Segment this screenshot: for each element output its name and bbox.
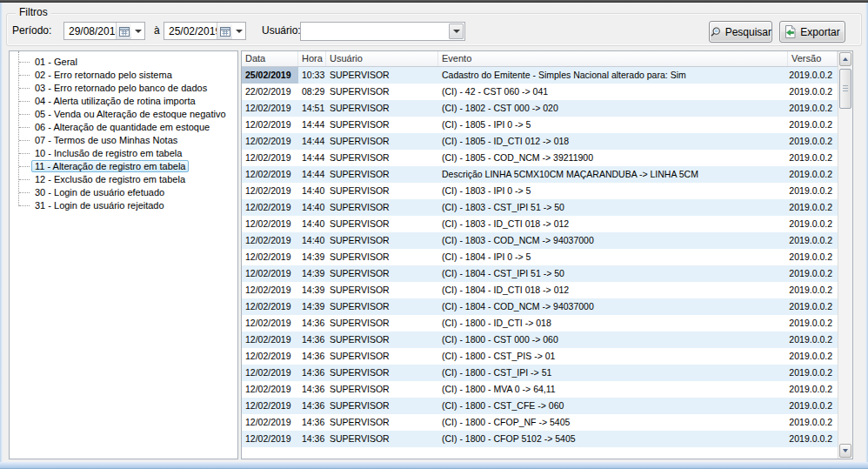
grid-cell[interactable]: 14:44 — [298, 166, 326, 183]
grid-cell[interactable]: SUPERVISOR — [326, 67, 438, 84]
table-row[interactable]: 12/02/201914:39SUPERVISOR(CI) - 1804 - I… — [242, 282, 838, 298]
scroll-up-button[interactable] — [839, 52, 851, 66]
grid-cell[interactable]: (CI) - 1800 - CST 000 -> 060 — [438, 332, 788, 348]
grid-cell[interactable]: 12/02/2019 — [242, 133, 298, 150]
grid-cell[interactable]: SUPERVISOR — [326, 414, 438, 431]
tree-item[interactable]: 04 - Alerta utilização de rotina importa — [10, 95, 237, 108]
grid-cell[interactable]: 14:36 — [298, 332, 326, 348]
grid-cell[interactable]: 2019.0.0.2 — [788, 183, 838, 199]
table-row[interactable]: 25/02/201910:33SUPERVISORCadastro do Emi… — [242, 67, 838, 84]
date-from-picker[interactable]: 29/08/2018 — [63, 22, 145, 40]
grid-cell[interactable]: 14:36 — [298, 398, 326, 414]
grid-cell[interactable]: 2019.0.0.2 — [788, 414, 838, 431]
grid-cell[interactable]: 14:40 — [298, 183, 326, 199]
grid-cell[interactable]: 14:40 — [298, 199, 326, 216]
table-row[interactable]: 12/02/201914:36SUPERVISOR(CI) - 1800 - I… — [242, 315, 838, 332]
grid-cell[interactable]: 2019.0.0.2 — [788, 332, 838, 348]
date-to-dropdown-icon[interactable] — [232, 23, 245, 39]
export-button[interactable]: Exportar — [779, 21, 845, 43]
table-row[interactable]: 12/02/201914:44SUPERVISOR(CI) - 1805 - I… — [242, 117, 838, 133]
grid-cell[interactable]: 12/02/2019 — [242, 298, 298, 315]
grid-cell[interactable]: 12/02/2019 — [242, 117, 298, 133]
table-row[interactable]: 12/02/201914:39SUPERVISOR(CI) - 1804 - C… — [242, 298, 838, 315]
table-row[interactable]: 12/02/201914:44SUPERVISOR(CI) - 1805 - C… — [242, 150, 838, 166]
grid-cell[interactable]: 14:36 — [298, 431, 326, 447]
calendar-icon[interactable] — [217, 23, 232, 39]
tree-item-label[interactable]: 03 - Erro retornado pelo banco de dados — [31, 82, 210, 94]
grid-cell[interactable]: (CI) - 1805 - IPI 0 -> 5 — [438, 117, 788, 133]
grid-cell[interactable]: 2019.0.0.2 — [788, 150, 838, 166]
grid-cell[interactable]: SUPERVISOR — [326, 265, 438, 282]
table-row[interactable]: 12/02/201914:36SUPERVISOR(CI) - 1800 - C… — [242, 431, 838, 447]
grid-cell[interactable]: (CI) - 1800 - CST_PIS -> 01 — [438, 348, 788, 365]
user-dropdown-icon[interactable] — [449, 23, 464, 39]
grid-cell[interactable]: 2019.0.0.2 — [788, 249, 838, 265]
grid-cell[interactable]: 12/02/2019 — [242, 332, 298, 348]
tree-item-label[interactable]: 31 - Login de usuário rejeitado — [31, 199, 168, 211]
tree-item-label[interactable]: 10 - Inclusão de registro em tabela — [31, 147, 185, 159]
tree-item[interactable]: 31 - Login de usuário rejeitado — [10, 199, 237, 212]
table-row[interactable]: 12/02/201914:40SUPERVISOR(CI) - 1803 - I… — [242, 183, 838, 199]
grid-cell[interactable]: 14:36 — [298, 348, 326, 365]
grid-cell[interactable]: SUPERVISOR — [326, 100, 438, 117]
grid-cell[interactable]: (CI) - 1800 - CST_IPI -> 51 — [438, 365, 788, 381]
grid-cell[interactable]: SUPERVISOR — [326, 365, 438, 381]
grid-cell[interactable]: 08:29 — [298, 84, 326, 100]
tree-item-label[interactable]: 04 - Alerta utilização de rotina importa — [31, 95, 199, 107]
user-combobox[interactable] — [300, 22, 465, 41]
grid-cell[interactable]: 2019.0.0.2 — [788, 365, 838, 381]
grid-cell[interactable]: SUPERVISOR — [326, 398, 438, 414]
grid-cell[interactable]: (CI) - 1803 - COD_NCM -> 94037000 — [438, 232, 788, 249]
tree-item[interactable]: 11 - Alteração de registro em tabela — [10, 160, 237, 173]
grid-cell[interactable]: 2019.0.0.2 — [788, 315, 838, 332]
table-row[interactable]: 12/02/201914:36SUPERVISOR(CI) - 1800 - M… — [242, 381, 838, 398]
grid-cell[interactable]: (CI) - 1805 - ID_CTI 012 -> 018 — [438, 133, 788, 150]
grid-cell[interactable]: (CI) - 1803 - CST_IPI 51 -> 50 — [438, 199, 788, 216]
tree-item[interactable]: 07 - Termos de uso Minhas Notas — [10, 134, 237, 147]
grid-cell[interactable]: 12/02/2019 — [242, 381, 298, 398]
tree-item-label[interactable]: 06 - Alteração de quantidade em estoque — [31, 121, 213, 133]
grid-cell[interactable]: SUPERVISOR — [326, 381, 438, 398]
tree-item[interactable]: 03 - Erro retornado pelo banco de dados — [10, 82, 237, 95]
grid-cell[interactable]: (CI) - 42 - CST 060 -> 041 — [438, 84, 788, 100]
grid-cell[interactable]: 2019.0.0.2 — [788, 232, 838, 249]
table-row[interactable]: 12/02/201914:40SUPERVISOR(CI) - 1803 - I… — [242, 216, 838, 232]
grid-cell[interactable]: 2019.0.0.2 — [788, 298, 838, 315]
grid-cell[interactable]: 10:33 — [298, 67, 326, 84]
grid-cell[interactable]: 12/02/2019 — [242, 100, 298, 117]
column-header[interactable]: Versão — [788, 51, 838, 66]
grid-cell[interactable]: 2019.0.0.2 — [788, 84, 838, 100]
tree-item[interactable]: 10 - Inclusão de registro em tabela — [10, 147, 237, 160]
grid-cell[interactable]: Cadastro do Emitente - Simples Nacional … — [438, 67, 788, 84]
column-header[interactable]: Hora — [298, 51, 326, 66]
grid-cell[interactable]: SUPERVISOR — [326, 183, 438, 199]
table-row[interactable]: 12/02/201914:40SUPERVISOR(CI) - 1803 - C… — [242, 232, 838, 249]
column-header[interactable]: Evento — [438, 51, 788, 66]
grid-cell[interactable]: 12/02/2019 — [242, 232, 298, 249]
grid-cell[interactable]: SUPERVISOR — [326, 84, 438, 100]
grid-cell[interactable]: 12/02/2019 — [242, 183, 298, 199]
grid-cell[interactable]: 2019.0.0.2 — [788, 100, 838, 117]
grid-cell[interactable]: 2019.0.0.2 — [788, 199, 838, 216]
tree-item-label[interactable]: 02 - Erro retornado pelo sistema — [31, 69, 176, 81]
grid-cell[interactable]: SUPERVISOR — [326, 133, 438, 150]
grid-cell[interactable]: SUPERVISOR — [326, 282, 438, 298]
tree-item-label[interactable]: 05 - Venda ou Alteração de estoque negat… — [31, 108, 230, 120]
search-button[interactable]: Pesquisar — [709, 21, 772, 43]
user-input[interactable] — [303, 23, 447, 39]
grid-cell[interactable]: SUPERVISOR — [326, 150, 438, 166]
grid-cell[interactable]: 14:39 — [298, 298, 326, 315]
grid-cell[interactable]: 2019.0.0.2 — [788, 133, 838, 150]
grid-cell[interactable]: 14:44 — [298, 133, 326, 150]
grid-cell[interactable]: 14:40 — [298, 216, 326, 232]
table-row[interactable]: 12/02/201914:36SUPERVISOR(CI) - 1800 - C… — [242, 348, 838, 365]
grid-cell[interactable]: 12/02/2019 — [242, 398, 298, 414]
grid-cell[interactable]: 2019.0.0.2 — [788, 166, 838, 183]
grid-cell[interactable]: 14:39 — [298, 249, 326, 265]
date-to-picker[interactable]: 25/02/2019 — [164, 22, 246, 40]
grid-cell[interactable]: SUPERVISOR — [326, 117, 438, 133]
tree-item[interactable]: 12 - Exclusão de registro em tabela — [10, 173, 237, 186]
grid-cell[interactable]: SUPERVISOR — [326, 216, 438, 232]
grid-cell[interactable]: 2019.0.0.2 — [788, 398, 838, 414]
table-row[interactable]: 22/02/201908:29SUPERVISOR(CI) - 42 - CST… — [242, 84, 838, 100]
